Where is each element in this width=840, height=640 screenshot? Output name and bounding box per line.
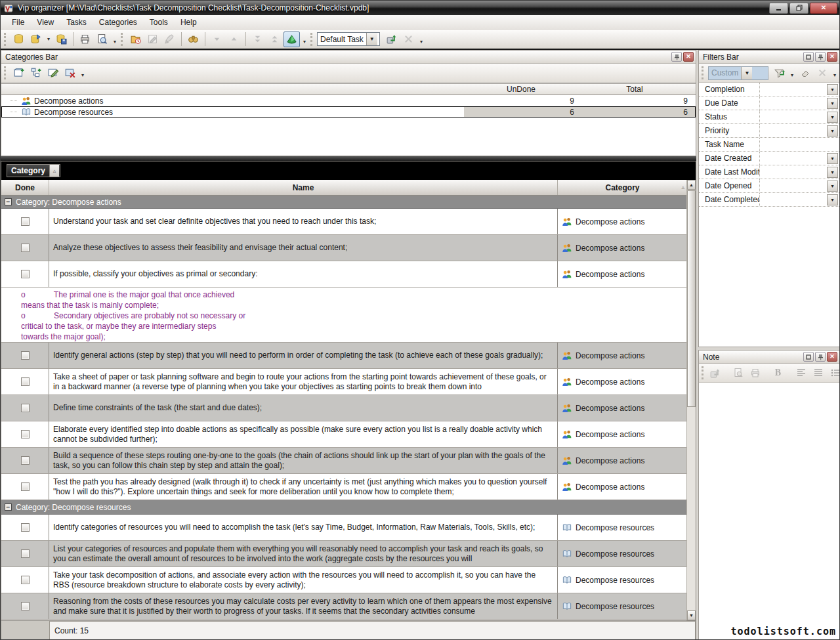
- find-button[interactable]: [185, 32, 201, 47]
- task-row[interactable]: Understand your task and set clear defin…: [1, 209, 687, 235]
- task-checkbox[interactable]: [21, 404, 30, 412]
- group-row[interactable]: − Category: Decompose resources: [1, 500, 687, 515]
- task-row[interactable]: Take your task decomposition of actions,…: [1, 567, 687, 593]
- done-column-header[interactable]: Done: [1, 180, 49, 195]
- pin-icon[interactable]: [671, 52, 682, 62]
- filter-value-field[interactable]: [760, 193, 827, 206]
- toolbar-grip[interactable]: [121, 33, 124, 46]
- category-row-decompose-actions[interactable]: Decompose actions 9 9: [1, 95, 696, 106]
- task-checkbox[interactable]: [21, 549, 30, 558]
- task-row[interactable]: Test the path you has already designed (…: [1, 474, 687, 500]
- name-column-header[interactable]: Name: [49, 180, 558, 195]
- task-row[interactable]: If possible, classify your objectives as…: [1, 261, 687, 288]
- filter-value-field[interactable]: [760, 179, 827, 192]
- close-icon[interactable]: ✕: [827, 52, 837, 62]
- bullet-list-icon[interactable]: [827, 366, 840, 381]
- save-database-button[interactable]: [53, 32, 70, 47]
- category-column-header[interactable]: Category▵: [558, 180, 687, 195]
- task-row[interactable]: Analyze these objectives to assess their…: [1, 235, 687, 261]
- task-row[interactable]: Build a sequence of these steps routing …: [1, 448, 687, 474]
- task-checkbox[interactable]: [21, 602, 30, 610]
- new-task-button[interactable]: [127, 32, 144, 47]
- chevron-down-icon[interactable]: ▼: [827, 84, 838, 95]
- restore-button[interactable]: [789, 3, 808, 14]
- move-bottom-button[interactable]: [249, 32, 266, 47]
- toolbar-grip[interactable]: [4, 33, 7, 46]
- toolbar-grip[interactable]: [310, 33, 314, 46]
- delete-template-button[interactable]: [400, 32, 417, 47]
- task-checkbox[interactable]: [21, 482, 30, 491]
- task-checkbox[interactable]: [21, 456, 30, 465]
- collapse-icon[interactable]: −: [5, 503, 12, 511]
- undone-column-header[interactable]: UnDone: [464, 84, 578, 95]
- print-overflow-dropdown-icon[interactable]: ▾: [111, 32, 119, 47]
- new-database-button[interactable]: [10, 32, 27, 47]
- close-icon[interactable]: ✕: [683, 52, 694, 62]
- task-checkbox[interactable]: [21, 576, 30, 584]
- task-checkbox[interactable]: [21, 523, 30, 532]
- filter-dropdown-icon[interactable]: ▾: [788, 65, 796, 81]
- scroll-down-icon[interactable]: ▼: [687, 610, 696, 620]
- filter-value-field[interactable]: [760, 138, 839, 151]
- task-checkbox[interactable]: [21, 377, 30, 386]
- bold-button[interactable]: B: [770, 366, 786, 381]
- task-row[interactable]: Elaborate every identified step into doa…: [1, 421, 687, 448]
- scroll-up-icon[interactable]: ▲: [687, 180, 696, 190]
- filter-value-field[interactable]: [760, 152, 827, 165]
- group-row[interactable]: − Category: Decompose actions: [1, 196, 687, 209]
- filter-value-field[interactable]: [760, 124, 827, 137]
- move-up-button[interactable]: [226, 32, 242, 47]
- menu-tools[interactable]: Tools: [144, 16, 175, 29]
- filter-value-field[interactable]: [760, 96, 827, 110]
- filter-value-field[interactable]: [760, 83, 827, 96]
- menu-categories[interactable]: Categories: [93, 16, 144, 29]
- apply-filter-button[interactable]: [771, 66, 788, 81]
- chevron-down-icon[interactable]: ▼: [827, 112, 838, 123]
- vertical-scrollbar[interactable]: ▲ ▼: [686, 180, 696, 620]
- task-row[interactable]: List your categories of resources and po…: [1, 541, 687, 567]
- category-name-column-header[interactable]: [1, 84, 464, 95]
- note-preview-button[interactable]: [730, 366, 746, 381]
- chevron-down-icon[interactable]: ▼: [827, 98, 838, 109]
- delete-filter-button[interactable]: [814, 66, 830, 81]
- menu-help[interactable]: Help: [175, 16, 203, 29]
- new-category-button[interactable]: [10, 66, 27, 81]
- close-icon[interactable]: ✕: [827, 352, 837, 362]
- chevron-down-icon[interactable]: ▼: [827, 167, 838, 178]
- chevron-down-icon[interactable]: ▼: [741, 67, 752, 79]
- task-template-combobox[interactable]: Default Task ▼: [317, 32, 380, 46]
- chevron-down-icon[interactable]: ▼: [366, 33, 377, 45]
- menu-tasks[interactable]: Tasks: [60, 16, 93, 29]
- task-template-toggle-button[interactable]: [284, 32, 300, 47]
- task-row[interactable]: Take a sheet of paper or task planning s…: [1, 369, 687, 395]
- filter-preset-combobox[interactable]: Custom ▼: [708, 66, 768, 80]
- delete-category-button[interactable]: [62, 66, 78, 81]
- move-top-button[interactable]: [266, 32, 283, 47]
- template-dropdown-icon[interactable]: ▾: [301, 32, 308, 47]
- note-editor[interactable]: todolistsoft.com: [699, 383, 839, 640]
- task-row[interactable]: Define time constraints of the task (the…: [1, 395, 687, 421]
- print-button[interactable]: [77, 32, 93, 47]
- filter-value-field[interactable]: [760, 110, 827, 123]
- note-print-button[interactable]: [747, 366, 763, 381]
- task-checkbox[interactable]: [21, 217, 30, 226]
- task-checkbox[interactable]: [21, 430, 30, 438]
- scrollbar-thumb[interactable]: [687, 190, 696, 407]
- toolbar-grip[interactable]: [4, 66, 7, 79]
- filter-value-field[interactable]: [760, 165, 827, 179]
- chevron-down-icon[interactable]: ▼: [827, 194, 838, 205]
- task-row[interactable]: Identify categories of resources you wil…: [1, 515, 687, 541]
- open-database-button[interactable]: [28, 32, 44, 47]
- task-row[interactable]: Reasoning from the costs of these resour…: [1, 593, 687, 620]
- task-checkbox[interactable]: [21, 351, 30, 360]
- pin-icon[interactable]: [815, 52, 826, 62]
- maximize-icon[interactable]: [803, 52, 814, 62]
- open-database-dropdown-icon[interactable]: ▾: [45, 32, 52, 47]
- menu-view[interactable]: View: [31, 16, 60, 29]
- task-checkbox[interactable]: [21, 270, 30, 278]
- save-note-button[interactable]: [707, 366, 723, 381]
- filters-toolbar-overflow-icon[interactable]: ▾: [831, 65, 839, 81]
- categories-toolbar-overflow-icon[interactable]: ▾: [79, 65, 87, 81]
- clear-filter-button[interactable]: [797, 66, 813, 81]
- horizontal-splitter[interactable]: [1, 156, 696, 161]
